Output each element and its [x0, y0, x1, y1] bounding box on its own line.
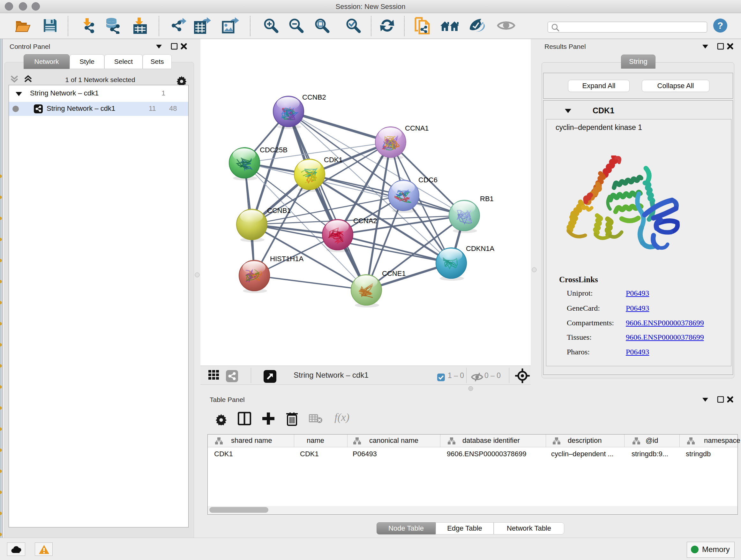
svg-text:?: ?: [718, 20, 723, 30]
svg-text:CCNB1: CCNB1: [267, 206, 291, 214]
svg-text:CCNA1: CCNA1: [405, 124, 429, 132]
svg-text:CCNE1: CCNE1: [382, 269, 406, 277]
svg-text:CDK1: CDK1: [324, 156, 343, 164]
svg-text:CCNB2: CCNB2: [302, 93, 326, 101]
svg-text:RB1: RB1: [480, 195, 494, 203]
svg-text:CDKN1A: CDKN1A: [466, 245, 495, 253]
svg-text:CCNA2: CCNA2: [353, 217, 377, 225]
svg-text:CDC6: CDC6: [418, 176, 437, 184]
svg-text:CDC25B: CDC25B: [260, 146, 287, 154]
svg-text:HIST1H1A: HIST1H1A: [270, 255, 304, 263]
